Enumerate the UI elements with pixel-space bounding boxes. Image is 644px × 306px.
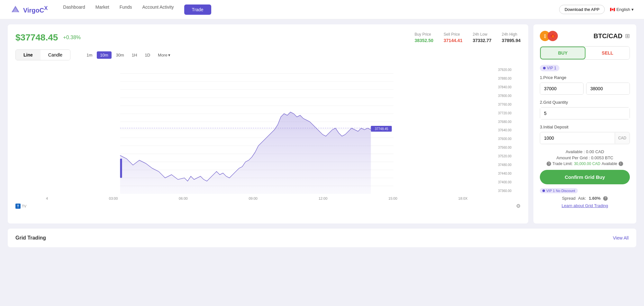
svg-rect-20 [120,159,122,178]
y-label-11: 37520.00 [498,154,519,158]
view-all-link[interactable]: View All [613,235,629,240]
chart-toggle-icon[interactable]: ⊞ [625,32,630,39]
bottom-section: Grid Trading View All [8,229,636,247]
vip-discount-badge: VIP 1 No Discount [540,188,578,193]
x-label-6: 15:00 [388,197,397,200]
sell-tab[interactable]: SELL [585,47,630,59]
chart-container: 37748.45 37920.00 37880.00 37840.00 3780… [15,66,521,209]
grid-quantity-section: 2.Grid Quantity [540,100,630,119]
buy-tab[interactable]: BUY [540,47,585,59]
price-max-input[interactable] [586,83,630,94]
24h-high-value: 37895.94 [502,38,521,43]
y-axis-labels: 37920.00 37880.00 37840.00 37800.00 3776… [498,66,521,195]
sell-price-stat: Sell Price 37144.41 [444,32,462,43]
y-label-13: 37440.00 [498,172,519,175]
logo[interactable]: VirgoCX [10,4,48,15]
time-30m[interactable]: 30m [113,51,127,59]
candle-chart-button[interactable]: Candle [41,50,70,60]
y-label-8: 37640.00 [498,128,519,132]
y-label-7: 37680.00 [498,120,519,124]
spread-label: Spread [562,196,576,201]
y-label-1: 37920.00 [498,68,519,72]
grid-quantity-label: 2.Grid Quantity [540,100,630,105]
trade-limit-info-icon2[interactable]: ! [619,162,623,166]
nav-funds[interactable]: Funds [120,4,132,15]
info-rows: Available : 0.00 CAD Amount Per Grid : 0… [540,149,630,166]
download-app-button[interactable]: Download the APP [559,5,605,14]
time-1m[interactable]: 1m [83,51,95,59]
vip-dot [543,67,546,69]
nav-account-activity[interactable]: Account Activity [142,4,174,15]
vip-discount-dot [542,189,545,192]
y-label-15: 37360.00 [498,189,519,193]
24h-low-label: 24h Low [473,32,491,37]
sell-price-value: 37144.41 [444,38,462,43]
buy-price-value: 38352.50 [414,38,433,43]
header: VirgoCX Dashboard Market Funds Account A… [0,0,644,19]
time-1d[interactable]: 1D [141,51,153,59]
svg-text:37748.45: 37748.45 [375,127,388,131]
language-label: English [616,7,630,12]
x-axis-labels: 4 03:00 06:00 09:00 12:00 15:00 18:0X [15,195,498,200]
24h-low-value: 37332.77 [473,38,491,43]
chevron-down-icon: ▾ [168,53,170,57]
current-price: $37748.45 [15,32,58,43]
chart-settings-icon[interactable]: ⚙ [516,203,521,209]
tradingview-text: TV [22,204,26,208]
header-right: Download the APP 🇨🇦 English ▾ [559,5,634,14]
amount-per-grid-row: Amount Per Grid : 0.0053 BTC [540,155,630,160]
content-area: $37748.45 +0.38% Buy Price 38352.50 Sell… [8,24,636,223]
chart-section: $37748.45 +0.38% Buy Price 38352.50 Sell… [8,24,528,223]
24h-high-label: 24h High [502,32,521,37]
price-min-input[interactable] [540,83,584,94]
nav-market[interactable]: Market [95,4,109,15]
grid-quantity-input[interactable] [540,108,630,119]
ask-value: 1.60% [589,196,601,201]
grid-trading-label: Grid Trading [15,235,46,241]
svg-text:T: T [17,205,19,208]
grid-quantity-input-wrap [540,107,630,119]
y-label-3: 37840.00 [498,85,519,89]
nav-trade[interactable]: Trade [184,4,211,15]
confirm-grid-buy-button[interactable]: Confirm Grid Buy [540,170,630,184]
time-10m[interactable]: 10m [97,51,111,59]
price-range-label: 1.Price Range [540,75,630,80]
trade-limit-available: Available [602,162,617,166]
y-label-12: 37480.00 [498,163,519,167]
initial-deposit-label: 3.Initial Deposit [540,125,630,129]
pair-icons: ₿ 🍁 [540,31,558,41]
initial-deposit-input[interactable] [540,132,615,144]
cad-flag-icon: 🍁 [548,31,558,41]
chart-svg: 37748.45 [15,66,498,194]
tradingview-logo: T TV [15,204,26,209]
language-selector[interactable]: 🇨🇦 English ▾ [610,7,634,12]
chart-controls: Line Candle 1m 10m 30m 1H 1D More ▾ [15,49,521,60]
vip-discount-section: VIP 1 No Discount [540,188,630,193]
price-max-input-wrap: CAD [586,83,630,95]
y-label-2: 37880.00 [498,77,519,80]
low-price-stat: 24h Low 37332.77 [473,32,491,43]
right-panel: ₿ 🍁 BTC/CAD ⊞ BUY SELL VIP 1 1.Price Ran… [533,24,636,223]
trade-limit-value: 30,000.00 CAD [574,162,600,166]
price-range-inputs: CAD CAD [540,83,630,95]
pair-name: BTC/CAD [594,32,622,40]
learn-grid-trading-link[interactable]: Learn about Grid Trading [540,203,630,208]
nav-dashboard[interactable]: Dashboard [63,4,85,15]
initial-deposit-section: 3.Initial Deposit CAD [540,125,630,144]
x-label-5: 12:00 [319,197,328,200]
trade-limit-info-icon[interactable]: ? [547,162,551,166]
y-label-5: 37760.00 [498,103,519,106]
main: $37748.45 +0.38% Buy Price 38352.50 Sell… [0,19,644,252]
tv-logo-icon: T [15,204,21,209]
available-label: Available : 0.00 CAD [566,149,604,154]
vip-label: VIP 1 [547,66,556,70]
chart-bottom-bar: T TV ⚙ [15,203,521,209]
spread-info-icon[interactable]: ? [603,196,608,201]
chart-body: 37748.45 37920.00 37880.00 37840.00 3780… [15,66,521,195]
flag-icon: 🇨🇦 [610,7,615,12]
ask-label: Ask: [578,196,586,201]
price-range-section: 1.Price Range CAD CAD [540,75,630,95]
more-time-button[interactable]: More ▾ [155,51,174,59]
line-chart-button[interactable]: Line [16,50,41,60]
time-1h[interactable]: 1H [129,51,141,59]
